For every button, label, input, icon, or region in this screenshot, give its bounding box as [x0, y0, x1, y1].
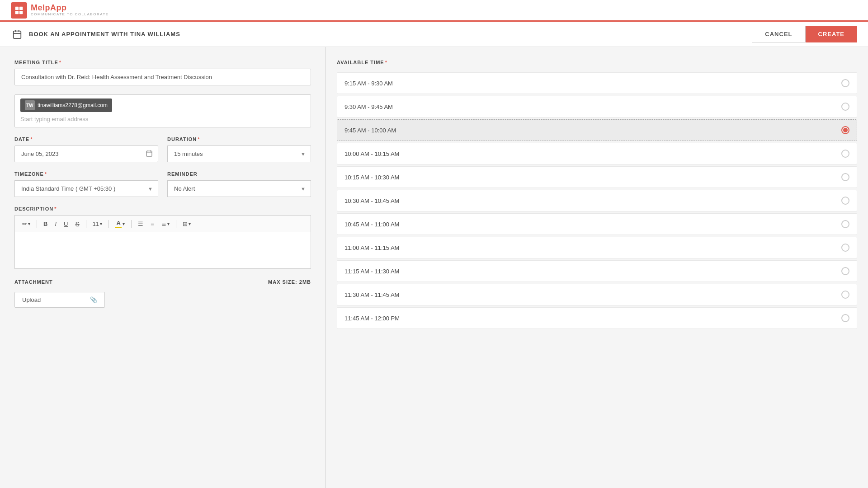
- right-panel: AVAILABLE TIME* 9:15 AM - 9:30 AM9:30 AM…: [326, 47, 868, 488]
- time-slot-4[interactable]: 10:00 AM - 10:15 AM: [337, 143, 857, 164]
- email-area[interactable]: TW tinawilliams2278@gmail.com Start typi…: [14, 94, 311, 127]
- toolbar-fontsize-btn[interactable]: 11 ▾: [90, 219, 105, 229]
- toolbar-unordered-list-btn[interactable]: ☰: [135, 219, 146, 229]
- upload-label: Upload: [22, 296, 41, 303]
- time-slot-label-9: 11:15 AM - 11:30 AM: [344, 268, 399, 275]
- duration-group: DURATION* 15 minutes 30 minutes 45 minut…: [167, 136, 311, 162]
- time-slot-radio-2: [841, 103, 849, 111]
- logo-area: MelpApp COMMUNICATE TO COLLABORATE: [11, 2, 109, 19]
- time-slot-label-1: 9:15 AM - 9:30 AM: [344, 80, 393, 87]
- create-button[interactable]: CREATE: [806, 26, 857, 42]
- time-slot-label-5: 10:15 AM - 10:30 AM: [344, 174, 399, 181]
- reminder-group: REMINDER No Alert 5 minutes before 10 mi…: [167, 171, 311, 197]
- description-label: DESCRIPTION*: [14, 206, 311, 211]
- toolbar-italic-btn[interactable]: I: [52, 219, 59, 229]
- toolbar-pen-btn[interactable]: ✏ ▾: [19, 219, 33, 229]
- calendar-picker-icon: [146, 150, 153, 158]
- date-group: DATE*: [14, 136, 158, 162]
- toolbar-underline-btn[interactable]: U: [61, 219, 71, 229]
- date-label: DATE*: [14, 136, 158, 142]
- time-slot-11[interactable]: 11:45 AM - 12:00 PM: [337, 307, 857, 329]
- logo-name-part2: App: [50, 3, 67, 12]
- timezone-group: TIMEZONE* India Standard Time ( GMT +05:…: [14, 171, 158, 197]
- time-slot-10[interactable]: 11:30 AM - 11:45 AM: [337, 284, 857, 305]
- toolbar-divider-1: [37, 220, 37, 228]
- email-group: TW tinawilliams2278@gmail.com Start typi…: [14, 94, 311, 127]
- toolbar-bold-btn[interactable]: B: [41, 219, 50, 229]
- toolbar-ordered-list-btn[interactable]: ≡: [148, 219, 157, 229]
- attachment-header: ATTACHMENT MAX SIZE: 2MB: [14, 279, 311, 288]
- time-slot-3[interactable]: 9:45 AM - 10:00 AM: [337, 119, 857, 141]
- time-slot-radio-5: [841, 173, 849, 181]
- time-slot-label-6: 10:30 AM - 10:45 AM: [344, 197, 399, 204]
- email-tag: TW tinawilliams2278@gmail.com: [20, 99, 112, 112]
- header-actions: CANCEL CREATE: [752, 26, 857, 42]
- toolbar-color-btn[interactable]: A ▾: [113, 218, 127, 230]
- email-tag-value: tinawilliams2278@gmail.com: [38, 102, 108, 108]
- time-slot-label-10: 11:30 AM - 11:45 AM: [344, 291, 399, 298]
- page-title: BOOK AN APPOINTMENT WITH TINA WILLIAMS: [29, 31, 180, 38]
- svg-rect-2: [15, 10, 19, 14]
- time-slot-radio-8: [841, 244, 849, 252]
- toolbar-align-btn[interactable]: ≣ ▾: [159, 219, 172, 229]
- navbar: MelpApp COMMUNICATE TO COLLABORATE: [0, 0, 868, 22]
- calendar-icon: [11, 28, 24, 41]
- timezone-select[interactable]: India Standard Time ( GMT +05:30 ) UTC E…: [14, 180, 158, 197]
- attachment-max-size: MAX SIZE: 2MB: [268, 279, 311, 285]
- attachment-label: ATTACHMENT: [14, 279, 53, 285]
- attachment-group: ATTACHMENT MAX SIZE: 2MB Upload 📎: [14, 279, 311, 308]
- date-input[interactable]: [14, 145, 158, 162]
- toolbar-strikethrough-btn[interactable]: S: [72, 219, 82, 229]
- svg-rect-4: [14, 31, 21, 38]
- time-slot-label-4: 10:00 AM - 10:15 AM: [344, 150, 399, 157]
- logo-tagline: COMMUNICATE TO COLLABORATE: [31, 13, 109, 17]
- duration-label: DURATION*: [167, 136, 311, 142]
- time-slot-label-7: 10:45 AM - 11:00 AM: [344, 221, 399, 228]
- left-panel: MEETING TITLE* TW tinawilliams2278@gmail…: [0, 47, 326, 488]
- date-duration-row: DATE* DURATION*: [14, 136, 311, 171]
- meeting-title-input[interactable]: [14, 69, 311, 85]
- duration-select[interactable]: 15 minutes 30 minutes 45 minutes 1 hour: [167, 145, 311, 162]
- time-slot-1[interactable]: 9:15 AM - 9:30 AM: [337, 72, 857, 94]
- paperclip-icon: 📎: [90, 296, 97, 303]
- reminder-label: REMINDER: [167, 171, 311, 177]
- time-slot-9[interactable]: 11:15 AM - 11:30 AM: [337, 260, 857, 282]
- toolbar-divider-3: [108, 220, 109, 228]
- toolbar-divider-5: [176, 220, 176, 228]
- time-slot-radio-6: [841, 197, 849, 205]
- time-slot-7[interactable]: 10:45 AM - 11:00 AM: [337, 213, 857, 235]
- page-header: BOOK AN APPOINTMENT WITH TINA WILLIAMS C…: [0, 22, 868, 47]
- svg-rect-8: [146, 151, 152, 156]
- cancel-button[interactable]: CANCEL: [752, 26, 805, 42]
- reminder-select[interactable]: No Alert 5 minutes before 10 minutes bef…: [167, 180, 311, 197]
- description-textarea[interactable]: [14, 232, 311, 269]
- time-slot-2[interactable]: 9:30 AM - 9:45 AM: [337, 96, 857, 117]
- description-toolbar: ✏ ▾ B I U S 11 ▾ A ▾ ☰ ≡: [14, 215, 311, 232]
- time-slot-8[interactable]: 11:00 AM - 11:15 AM: [337, 237, 857, 258]
- time-slot-6[interactable]: 10:30 AM - 10:45 AM: [337, 190, 857, 211]
- toolbar-divider-2: [86, 220, 86, 228]
- toolbar-divider-4: [131, 220, 132, 228]
- duration-select-wrap: 15 minutes 30 minutes 45 minutes 1 hour …: [167, 145, 311, 162]
- svg-rect-0: [15, 6, 19, 9]
- date-input-wrap: [14, 145, 158, 162]
- logo-text: MelpApp COMMUNICATE TO COLLABORATE: [31, 4, 109, 17]
- time-slot-label-3: 9:45 AM - 10:00 AM: [344, 127, 396, 134]
- time-slot-5[interactable]: 10:15 AM - 10:30 AM: [337, 166, 857, 188]
- time-slot-radio-11: [841, 314, 849, 322]
- meeting-title-group: MEETING TITLE*: [14, 60, 311, 85]
- time-slot-label-8: 11:00 AM - 11:15 AM: [344, 244, 399, 251]
- upload-button[interactable]: Upload 📎: [14, 292, 105, 308]
- time-slot-radio-3: [841, 126, 849, 134]
- logo-icon: [14, 5, 24, 15]
- toolbar-table-btn[interactable]: ⊞ ▾: [180, 219, 193, 229]
- page-header-left: BOOK AN APPOINTMENT WITH TINA WILLIAMS: [11, 28, 180, 41]
- timezone-select-wrap: India Standard Time ( GMT +05:30 ) UTC E…: [14, 180, 158, 197]
- time-slot-radio-7: [841, 220, 849, 228]
- timezone-label: TIMEZONE*: [14, 171, 158, 177]
- svg-rect-3: [19, 10, 23, 14]
- description-group: DESCRIPTION* ✏ ▾ B I U S 11 ▾ A ▾: [14, 206, 311, 270]
- time-slot-radio-1: [841, 79, 849, 87]
- email-tag-avatar: TW: [25, 100, 35, 110]
- available-time-label: AVAILABLE TIME*: [337, 60, 857, 65]
